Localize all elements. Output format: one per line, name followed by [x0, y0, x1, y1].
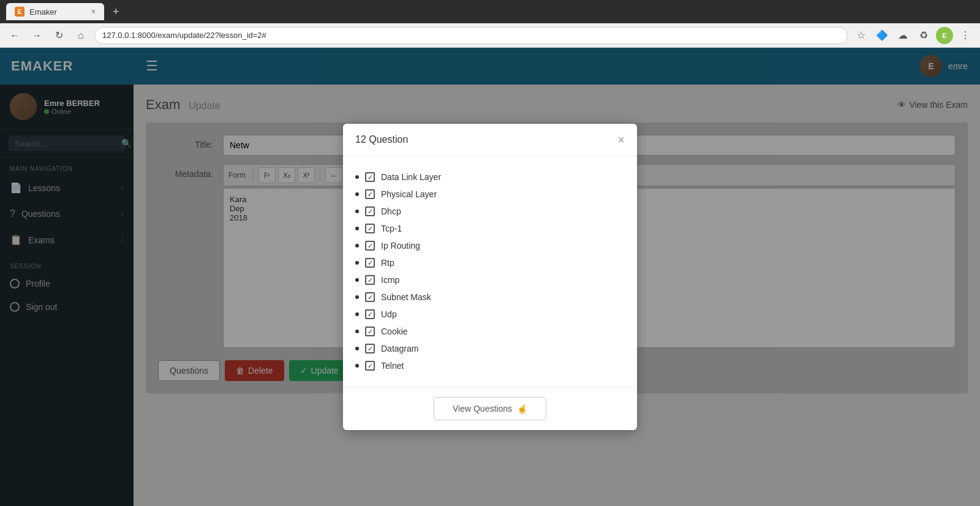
bullet-icon — [355, 244, 359, 247]
extension-icon[interactable]: 🔷 — [873, 27, 891, 44]
tab-title: Emaker — [29, 7, 57, 17]
browser-tab[interactable]: E Emaker × — [6, 3, 104, 20]
list-item: ✓ Telnet — [355, 357, 625, 374]
tab-close-button[interactable]: × — [91, 7, 96, 16]
modal-title: 12 Question — [355, 134, 408, 145]
checkbox-icon: ✓ — [365, 206, 375, 216]
star-icon[interactable]: ☆ — [853, 27, 870, 44]
browser-toolbar: ← → ↻ ⌂ ☆ 🔷 ☁ ♻ E ⋮ — [0, 23, 980, 48]
list-item: ✓ Subnet Mask — [355, 289, 625, 306]
list-item: ✓ Rtp — [355, 254, 625, 271]
question-label: Data Link Layer — [381, 172, 441, 182]
view-questions-label: View Questions — [453, 404, 512, 413]
checkbox-icon: ✓ — [365, 224, 375, 233]
question-label: Physical Layer — [381, 189, 437, 199]
modal-dialog: 12 Question × ✓ Data Link Layer ✓ Physic… — [343, 124, 637, 430]
question-label: Icmp — [381, 275, 399, 285]
checkbox-icon: ✓ — [365, 189, 375, 199]
list-item: ✓ Ip Routing — [355, 237, 625, 254]
bullet-icon — [355, 227, 359, 230]
list-item: ✓ Physical Layer — [355, 186, 625, 203]
checkbox-icon: ✓ — [365, 292, 375, 302]
modal-close-button[interactable]: × — [617, 134, 625, 146]
list-item: ✓ Tcp-1 — [355, 220, 625, 237]
nav-forward-button[interactable]: → — [28, 27, 45, 44]
bullet-icon — [355, 192, 359, 196]
checkbox-icon: ✓ — [365, 258, 375, 268]
modal-body: ✓ Data Link Layer ✓ Physical Layer ✓ Dhc… — [343, 156, 637, 387]
bullet-icon — [355, 175, 359, 179]
question-label: Dhcp — [381, 206, 401, 216]
question-label: Datagram — [381, 344, 418, 353]
view-questions-icon: ☝ — [517, 404, 527, 413]
bullet-icon — [355, 347, 359, 350]
modal-overlay[interactable]: 12 Question × ✓ Data Link Layer ✓ Physic… — [0, 48, 980, 506]
question-label: Udp — [381, 309, 397, 319]
bullet-icon — [355, 295, 359, 299]
bullet-icon — [355, 261, 359, 265]
new-tab-button[interactable]: + — [109, 4, 123, 20]
list-item: ✓ Udp — [355, 306, 625, 323]
question-label: Cookie — [381, 327, 408, 336]
bullet-icon — [355, 312, 359, 316]
question-label: Ip Routing — [381, 241, 420, 251]
list-item: ✓ Icmp — [355, 271, 625, 289]
list-item: ✓ Datagram — [355, 340, 625, 357]
nav-back-button[interactable]: ← — [6, 27, 23, 44]
cloud-icon[interactable]: ☁ — [894, 27, 911, 44]
browser-chrome: E Emaker × + — [0, 0, 980, 23]
question-list: ✓ Data Link Layer ✓ Physical Layer ✓ Dhc… — [355, 168, 625, 374]
checkbox-icon: ✓ — [365, 344, 375, 353]
question-label: Rtp — [381, 258, 394, 268]
question-label: Subnet Mask — [381, 292, 431, 302]
menu-icon[interactable]: ⋮ — [957, 27, 974, 44]
checkbox-icon: ✓ — [365, 309, 375, 319]
list-item: ✓ Data Link Layer — [355, 168, 625, 186]
checkbox-icon: ✓ — [365, 241, 375, 251]
list-item: ✓ Cookie — [355, 323, 625, 340]
nav-home-button[interactable]: ⌂ — [72, 27, 89, 44]
bullet-icon — [355, 210, 359, 213]
tab-favicon: E — [15, 7, 24, 17]
bullet-icon — [355, 330, 359, 333]
address-bar[interactable] — [94, 27, 848, 44]
checkbox-icon: ✓ — [365, 172, 375, 182]
bullet-icon — [355, 364, 359, 368]
user-avatar-small[interactable]: E — [936, 27, 953, 44]
checkbox-icon: ✓ — [365, 327, 375, 336]
bullet-icon — [355, 278, 359, 282]
toolbar-icons: ☆ 🔷 ☁ ♻ E ⋮ — [853, 27, 974, 44]
list-item: ✓ Dhcp — [355, 203, 625, 220]
modal-footer: View Questions ☝ — [343, 387, 637, 430]
view-questions-button[interactable]: View Questions ☝ — [434, 397, 546, 420]
modal-header: 12 Question × — [343, 124, 637, 156]
question-label: Tcp-1 — [381, 224, 402, 233]
recycle-icon[interactable]: ♻ — [915, 27, 932, 44]
checkbox-icon: ✓ — [365, 275, 375, 285]
nav-refresh-button[interactable]: ↻ — [50, 27, 67, 44]
checkbox-icon: ✓ — [365, 361, 375, 371]
question-label: Telnet — [381, 361, 404, 371]
